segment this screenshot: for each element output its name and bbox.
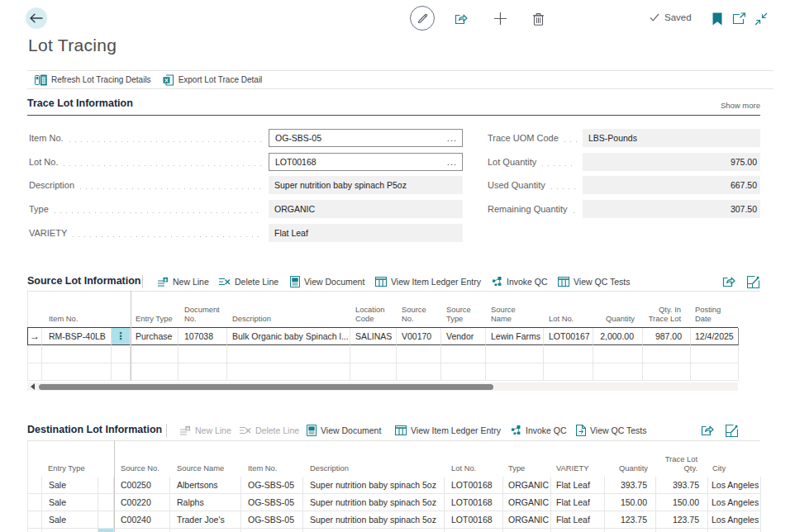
col-header-quantity[interactable]: Quantity <box>605 441 656 477</box>
scrollbar-thumb[interactable] <box>39 384 493 390</box>
dest-view-qc-tests-button[interactable]: View QC Tests <box>576 421 646 439</box>
cell-type[interactable]: ORGANIC <box>503 494 551 511</box>
cell-source-no[interactable]: C00240 <box>114 511 170 529</box>
cell-entry-type[interactable]: Sale <box>42 477 98 494</box>
cell-source-no[interactable]: C00220 <box>114 494 170 511</box>
cell-source-name[interactable]: Ralphs <box>170 494 241 511</box>
cell-quantity[interactable]: 2,000.00 <box>593 328 643 345</box>
edit-list-icon[interactable] <box>726 425 738 437</box>
cell-lot-no[interactable]: LOT00168 <box>445 511 503 529</box>
source-invoke-qc-button[interactable]: Invoke QC <box>491 273 548 291</box>
cell-type[interactable]: ORGANIC <box>503 511 551 529</box>
col-header-type[interactable]: Type <box>503 441 551 477</box>
dest-delete-line-button[interactable]: Delete Line <box>239 421 299 439</box>
col-header-source-no[interactable]: Source No. <box>397 292 441 327</box>
col-header-entry-type[interactable]: Entry Type <box>42 441 98 477</box>
cell-description[interactable]: Super nutrition baby spinach 5oz <box>303 511 445 529</box>
cell-assist-dots[interactable]: ⋮ <box>112 328 131 345</box>
delete-button[interactable] <box>531 12 545 26</box>
col-header-posting-date[interactable]: Posting Date <box>691 292 739 327</box>
col-header-qty-in-trace-lot[interactable]: Qty. In Trace Lot <box>643 292 691 327</box>
cell-lot-no[interactable]: LOT00168 <box>445 477 503 494</box>
cell-quantity[interactable]: 393.75 <box>605 477 656 494</box>
cell-posting-date[interactable]: 12/4/2025 <box>691 328 739 345</box>
cell-trace-lot-qty[interactable]: 393.75 <box>656 477 708 494</box>
cell-item-no[interactable]: OG-SBS-05 <box>241 477 303 494</box>
cell-quantity[interactable]: 123.75 <box>605 511 656 529</box>
col-header-trace-lot-qty[interactable]: Trace Lot Qty. <box>656 441 708 477</box>
cell-description[interactable]: Bulk Organic baby Spinach l... <box>227 328 350 345</box>
dest-table-row[interactable]: Sale C00240 Trader Joe's OG-SBS-05 Super… <box>28 511 760 529</box>
dest-invoke-qc-button[interactable]: Invoke QC <box>510 421 567 439</box>
cell-type[interactable]: ORGANIC <box>503 477 551 494</box>
source-table-hscrollbar[interactable] <box>27 382 738 391</box>
cell-source-type[interactable]: Vendor <box>441 328 486 345</box>
source-new-line-button[interactable]: New Line <box>157 273 209 291</box>
dest-view-item-ledger-button[interactable]: View Item Ledger Entry <box>395 421 501 439</box>
cell-city[interactable]: Los Angeles <box>708 511 761 529</box>
show-more-link[interactable]: Show more <box>721 97 760 110</box>
edit-list-icon[interactable] <box>747 276 759 288</box>
lot-no-input[interactable]: LOT00168 ... <box>269 153 463 171</box>
share-icon[interactable] <box>721 275 735 288</box>
cell-item-no[interactable]: RM-BSP-40LB <box>42 328 112 345</box>
cell-source-name[interactable]: Lewin Farms <box>486 328 544 345</box>
cell-quantity[interactable]: 150.00 <box>605 494 656 511</box>
cell-trace-lot-qty[interactable]: 150.00 <box>656 494 708 511</box>
cell-source-name[interactable]: Albertsons <box>170 477 241 494</box>
cell-entry-type[interactable]: Sale <box>42 511 98 529</box>
cell-variety[interactable]: Flat Leaf <box>551 511 605 529</box>
cell-entry-type[interactable]: Purchase <box>131 328 179 345</box>
cell-qty-in-trace-lot[interactable]: 987.00 <box>643 328 691 345</box>
col-header-description[interactable]: Description <box>303 441 445 477</box>
cell-city[interactable]: Los Angeles <box>708 477 761 494</box>
col-header-item-no[interactable]: Item No. <box>42 292 112 327</box>
cell-variety[interactable]: Flat Leaf <box>551 494 605 511</box>
dest-table-partial-row[interactable] <box>28 529 760 532</box>
edit-button[interactable] <box>410 6 435 31</box>
dest-table-row[interactable]: Sale C00250 Albertsons OG-SBS-05 Super n… <box>28 477 760 494</box>
col-header-lot-no[interactable]: Lot No. <box>445 441 503 477</box>
col-header-entry-type[interactable]: Entry Type <box>131 292 179 327</box>
dest-view-document-button[interactable]: View Document <box>307 421 381 439</box>
cell-lot-no[interactable]: LOT00167 <box>544 328 593 345</box>
source-view-document-button[interactable]: View Document <box>290 273 364 291</box>
new-button[interactable] <box>493 12 507 26</box>
col-header-source-no[interactable]: Source No. <box>114 441 170 477</box>
export-lot-trace-button[interactable]: Export Lot Trace Detail <box>163 74 263 86</box>
col-header-source-type[interactable]: Source Type <box>441 292 486 327</box>
col-header-quantity[interactable]: Quantity <box>593 292 643 327</box>
source-table-empty-row[interactable] <box>28 346 738 363</box>
col-header-item-no[interactable]: Item No. <box>241 441 303 477</box>
scroll-left-arrow[interactable] <box>31 383 35 390</box>
cell-entry-type[interactable]: Sale <box>42 494 98 511</box>
col-header-lot-no[interactable]: Lot No. <box>544 292 593 327</box>
focused-cell[interactable] <box>98 529 114 532</box>
cell-source-name[interactable]: Trader Joe's <box>170 511 241 529</box>
share-button[interactable] <box>454 12 468 26</box>
bookmark-button[interactable] <box>710 12 724 26</box>
source-delete-line-button[interactable]: Delete Line <box>218 273 278 291</box>
col-header-variety[interactable]: VARIETY <box>551 441 605 477</box>
item-no-input[interactable]: OG-SBS-05 ... <box>269 129 463 147</box>
col-header-source-name[interactable]: Source Name <box>486 292 544 327</box>
col-header-source-name[interactable]: Source Name <box>170 441 241 477</box>
lot-no-assist-button[interactable]: ... <box>447 159 457 165</box>
row-selector[interactable]: → <box>28 328 42 345</box>
back-button[interactable] <box>26 7 47 29</box>
col-header-city[interactable]: City <box>708 441 761 477</box>
cell-lot-no[interactable]: LOT00168 <box>445 494 503 511</box>
refresh-lot-tracing-button[interactable]: Refresh Lot Tracing Details <box>35 74 151 86</box>
dest-table-row[interactable]: Sale C00220 Ralphs OG-SBS-05 Super nutri… <box>28 494 760 511</box>
source-view-item-ledger-button[interactable]: View Item Ledger Entry <box>375 273 481 291</box>
share-icon[interactable] <box>700 424 714 437</box>
cell-city[interactable]: Los Angeles <box>708 494 761 511</box>
col-header-description[interactable]: Description <box>227 292 350 327</box>
cell-document-no[interactable]: 107038 <box>179 328 227 345</box>
open-in-window-button[interactable] <box>732 12 746 26</box>
cell-item-no[interactable]: OG-SBS-05 <box>241 494 303 511</box>
cell-trace-lot-qty[interactable]: 123.75 <box>656 511 708 529</box>
item-no-assist-button[interactable]: ... <box>447 135 457 141</box>
cell-location-code[interactable]: SALINAS <box>350 328 397 345</box>
cell-description[interactable]: Super nutrition baby spinach 5oz <box>303 477 445 494</box>
